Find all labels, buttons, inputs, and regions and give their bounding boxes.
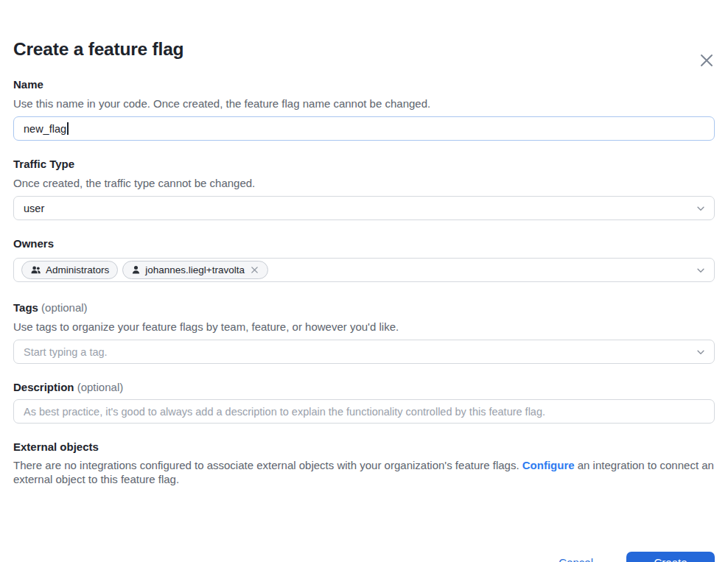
tags-description: Use tags to organize your feature flags … xyxy=(13,320,715,334)
external-objects-text-before: There are no integrations configured to … xyxy=(13,459,522,471)
chevron-down-icon xyxy=(696,265,706,278)
name-description: Use this name in your code. Once created… xyxy=(13,97,715,110)
dialog-title: Create a feature flag xyxy=(13,39,715,60)
create-button[interactable]: Create xyxy=(626,552,715,562)
remove-owner-icon[interactable] xyxy=(249,265,259,275)
owners-label: Owners xyxy=(13,238,715,250)
traffic-type-select[interactable]: user xyxy=(13,196,715,220)
description-input[interactable] xyxy=(24,400,704,423)
person-icon xyxy=(131,265,141,275)
description-input-wrapper[interactable] xyxy=(13,399,715,424)
owner-chip-label: Administrators xyxy=(46,264,109,275)
tags-label-text: Tags xyxy=(13,301,38,314)
description-label: Description (optional) xyxy=(13,382,715,393)
external-objects-label: External objects xyxy=(13,441,715,453)
description-label-text: Description xyxy=(13,381,74,393)
chevron-down-icon xyxy=(696,347,706,359)
external-objects-text: There are no integrations configured to … xyxy=(13,459,715,486)
close-button[interactable] xyxy=(697,51,716,70)
tags-label: Tags (optional) xyxy=(13,302,715,314)
dialog-footer: Cancel Create xyxy=(13,552,715,562)
group-icon xyxy=(30,265,41,275)
description-optional-text: (optional) xyxy=(77,381,124,393)
name-label: Name xyxy=(13,79,715,91)
text-caret xyxy=(67,122,69,135)
chevron-down-icon xyxy=(696,203,706,216)
create-feature-flag-dialog: Create a feature flag Name Use this name… xyxy=(0,39,728,562)
owners-select[interactable]: Administrators johannes.liegl+travolta xyxy=(13,258,715,282)
tags-optional-text: (optional) xyxy=(41,301,88,314)
traffic-type-value: user xyxy=(24,203,44,214)
cancel-button[interactable]: Cancel xyxy=(559,556,593,562)
owner-chip-label: johannes.liegl+travolta xyxy=(145,264,245,275)
name-input-value: new_flag xyxy=(24,123,66,135)
owner-chip-user[interactable]: johannes.liegl+travolta xyxy=(122,261,268,279)
tags-input-wrapper[interactable] xyxy=(13,340,715,364)
traffic-type-description: Once created, the traffic type cannot be… xyxy=(13,177,715,190)
close-icon xyxy=(699,52,715,69)
traffic-type-label: Traffic Type xyxy=(13,158,715,170)
name-input[interactable]: new_flag xyxy=(13,116,715,141)
owner-chip-administrators[interactable]: Administrators xyxy=(21,261,118,279)
tags-input[interactable] xyxy=(24,340,704,363)
configure-link[interactable]: Configure xyxy=(522,459,575,471)
